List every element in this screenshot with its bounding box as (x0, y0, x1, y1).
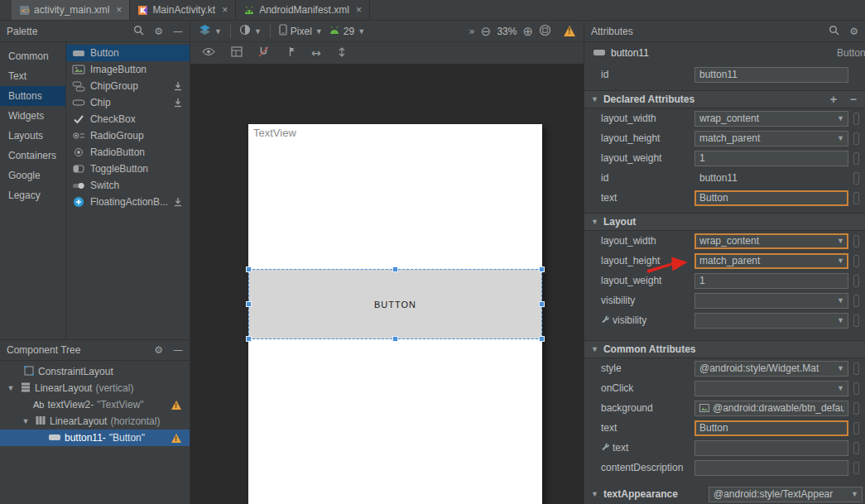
flag-icon[interactable] (853, 314, 859, 327)
palette-item-togglebutton[interactable]: ToggleButton (66, 161, 190, 177)
api-version-selector[interactable]: 29 ▼ (329, 26, 365, 37)
close-icon[interactable]: × (116, 4, 122, 16)
gear-icon[interactable]: ⚙ (849, 26, 858, 37)
download-icon[interactable] (173, 98, 183, 108)
remove-attribute-icon[interactable]: − (850, 93, 857, 106)
palette-item-chipgroup[interactable]: ChipGroup (66, 78, 190, 94)
flag-icon[interactable] (853, 235, 859, 247)
flag-icon[interactable] (853, 152, 859, 165)
flag-icon[interactable] (853, 255, 859, 267)
palette-category-google[interactable]: Google (0, 166, 65, 185)
canvas-textview[interactable]: TextView (253, 127, 296, 139)
palette-category-containers[interactable]: Containers (0, 146, 65, 166)
search-icon[interactable] (133, 25, 144, 38)
minimize-icon[interactable]: — (173, 344, 183, 356)
palette-item-button[interactable]: Button (66, 45, 190, 61)
tab-androidmanifest-xml[interactable]: AndroidManifest.xml × (236, 0, 370, 20)
flag-icon[interactable] (853, 442, 859, 454)
close-icon[interactable]: × (222, 4, 228, 16)
warning-icon[interactable] (171, 401, 181, 410)
zoom-out-icon[interactable]: ⊖ (481, 24, 492, 39)
tree-item-linearlayout-horizontal[interactable]: ▼ LinearLayout (horizontal) (0, 413, 190, 430)
attr-dropdown[interactable]: wrap_content▼ (694, 111, 848, 127)
palette-item-checkbox[interactable]: CheckBox (66, 111, 190, 127)
palette-category-common[interactable]: Common (0, 46, 65, 66)
resize-handle[interactable] (539, 301, 545, 307)
resize-handle[interactable] (539, 336, 545, 342)
tree-item-button11[interactable]: button11- "Button" (0, 430, 190, 446)
attr-dropdown[interactable]: @android:style/TextAppear▼ (709, 487, 863, 502)
palette-item-radiogroup[interactable]: RadioGroup (66, 127, 190, 144)
attr-input[interactable] (694, 460, 848, 476)
attr-input[interactable]: 1 (694, 273, 848, 289)
chevron-down-icon[interactable]: ▼ (5, 384, 17, 392)
palette-item-switch[interactable]: Switch (66, 177, 190, 194)
palette-category-buttons[interactable]: Buttons (0, 86, 65, 106)
flag-icon[interactable] (853, 382, 859, 395)
flag-icon[interactable] (853, 295, 859, 307)
palette-item-imagebutton[interactable]: ImageButton (66, 61, 190, 78)
autoconnect-magnet-off-icon[interactable] (258, 46, 269, 60)
attr-input[interactable] (694, 440, 848, 456)
attr-dropdown[interactable]: ▼ (694, 313, 848, 329)
canvas-button[interactable]: BUTTON (374, 300, 416, 310)
design-surface-selector[interactable]: ▼ (199, 24, 222, 38)
attr-dropdown-highlighted[interactable]: wrap_content▼ (694, 233, 848, 249)
palette-category-text[interactable]: Text (0, 66, 65, 86)
attr-value[interactable]: button11 (694, 172, 848, 184)
guidelines-icon[interactable] (285, 46, 296, 60)
attr-input-highlighted[interactable]: Button (694, 190, 848, 206)
attr-dropdown-highlighted[interactable]: match_parent▼ (694, 253, 848, 269)
minimize-icon[interactable]: — (173, 26, 183, 37)
design-canvas[interactable]: TextView BUTTON (190, 64, 584, 504)
palette-item-chip[interactable]: Chip (66, 94, 190, 111)
flag-icon[interactable] (853, 192, 859, 204)
tree-item-linearlayout-vertical[interactable]: ▼ LinearLayout (vertical) (0, 380, 190, 396)
resize-handle[interactable] (392, 336, 398, 342)
resize-handle[interactable] (246, 301, 252, 307)
toolbar-overflow-chevrons[interactable]: » (469, 26, 474, 37)
attr-input[interactable]: 1 (694, 151, 848, 166)
close-icon[interactable]: × (356, 4, 362, 16)
attr-dropdown[interactable]: @android:style/Widget.Mat▼ (694, 361, 848, 377)
warning-icon[interactable] (564, 26, 575, 36)
resize-handle[interactable] (246, 266, 252, 272)
section-layout[interactable]: ▼ Layout (584, 213, 865, 231)
view-options-eye-icon[interactable] (202, 47, 215, 59)
flag-icon[interactable] (853, 362, 859, 375)
add-attribute-icon[interactable]: + (830, 93, 837, 106)
attr-input-highlighted[interactable]: Button (694, 420, 848, 436)
flag-icon[interactable] (853, 132, 859, 145)
theme-selector[interactable]: ▼ (239, 24, 262, 38)
warning-icon[interactable] (171, 434, 181, 443)
clear-constraints-icon[interactable]: ↔ (311, 46, 321, 60)
attr-dropdown[interactable]: match_parent▼ (694, 131, 848, 146)
resize-handle[interactable] (392, 266, 398, 272)
section-common-attributes[interactable]: ▼ Common Attributes (584, 340, 865, 358)
flag-icon[interactable] (853, 275, 859, 287)
palette-item-radiobutton[interactable]: RadioButton (66, 144, 190, 161)
chevron-down-icon[interactable]: ▼ (20, 417, 31, 425)
tab-mainactivity-kt[interactable]: K MainActivity.kt × (130, 0, 236, 20)
palette-item-floatingactionbutton[interactable]: FloatingActionB... (66, 194, 190, 210)
default-margins-icon[interactable] (337, 46, 347, 60)
download-icon[interactable] (173, 81, 183, 91)
attr-dropdown[interactable]: ▼ (694, 293, 848, 309)
flag-icon[interactable] (853, 172, 859, 185)
attr-input[interactable]: @android:drawable/btn_defau (694, 401, 848, 416)
id-input[interactable]: button11 (694, 67, 848, 83)
flag-icon[interactable] (853, 422, 859, 434)
tab-activity-main-xml[interactable]: <> activity_main.xml × (12, 0, 130, 20)
attr-dropdown[interactable]: ▼ (694, 381, 848, 396)
gear-icon[interactable]: ⚙ (154, 344, 163, 356)
flag-icon[interactable] (853, 462, 859, 474)
blueprint-mode-icon[interactable] (231, 46, 243, 60)
download-icon[interactable] (173, 197, 183, 207)
search-icon[interactable] (829, 25, 839, 38)
resize-handle[interactable] (246, 336, 252, 342)
gear-icon[interactable]: ⚙ (154, 26, 163, 37)
selected-linearlayout-strip[interactable]: BUTTON (248, 269, 542, 339)
palette-category-widgets[interactable]: Widgets (0, 106, 65, 126)
section-textappearance[interactable]: ▼ textAppearance @android:style/TextAppe… (584, 484, 865, 504)
zoom-in-icon[interactable]: ⊕ (522, 24, 533, 39)
